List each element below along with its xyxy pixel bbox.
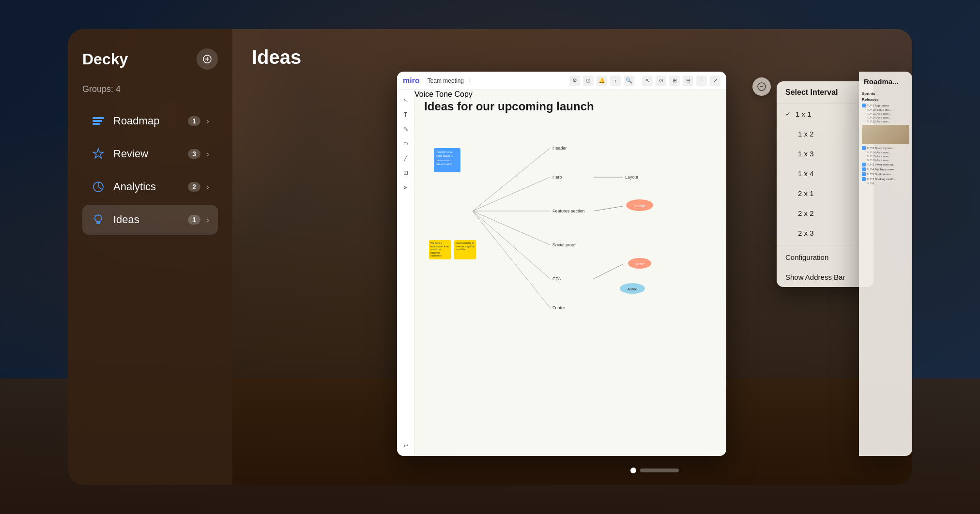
groups-label: Groups: 4 [82, 84, 218, 94]
fly16-row: FLY-16 As a user... [862, 159, 909, 162]
svg-line-12 [473, 148, 550, 211]
line-tool[interactable]: ╱ [399, 152, 412, 165]
content-area: Ideas miro Team meeting ↕ ⚙ ◷ 🔔 ↑ 🔍 ↖ ⊙ … [232, 29, 912, 485]
fly13-row: FLY-13 As a user... [862, 112, 909, 115]
pagination-bar[interactable] [640, 469, 679, 472]
expand-icon[interactable]: ⤢ [710, 76, 720, 86]
miro-right-icons: ↖ ⊙ ⊞ ⊟ ⋮ ⤢ [642, 76, 720, 86]
grid-icon[interactable]: ⊞ [669, 76, 680, 86]
text-tool[interactable]: T [399, 108, 412, 121]
miro-canvas-title: Ideas for our upcoming launch [424, 100, 594, 113]
sidebar-item-roadmap[interactable]: Roadmap 1 › [82, 106, 218, 136]
bell-icon[interactable]: 🔔 [597, 76, 607, 86]
analytics-arrow: › [206, 182, 209, 192]
roadmap-icon [91, 114, 106, 128]
svg-line-20 [594, 264, 623, 279]
svg-rect-3 [92, 117, 104, 119]
svg-text:Notolie: Notolie [634, 204, 646, 208]
fly3-row: FLY-3 Invite and sha... [862, 163, 909, 166]
panel-settings-button[interactable] [752, 77, 771, 96]
sprints-label: Sprints [862, 91, 909, 96]
sidebar-item-ideas[interactable]: Ideas 1 › [82, 205, 218, 235]
miro-panel: miro Team meeting ↕ ⚙ ◷ 🔔 ↑ 🔍 ↖ ⊙ ⊞ ⊟ ⋮ … [397, 72, 726, 456]
right-panel-content: Sprints Releases FLY-1 App basics FLY-10… [859, 90, 912, 188]
miro-content: ↖ T ✎ ⊃ ╱ ⊡ » ↩ Ideas for our upcoming l… [397, 90, 726, 456]
sidebar-header: Decky [82, 48, 218, 70]
ideas-icon [91, 212, 106, 227]
releases-label: Releases [862, 97, 909, 102]
content-title: Ideas [252, 46, 893, 68]
svg-text:Footer: Footer [552, 305, 565, 310]
svg-line-19 [594, 206, 623, 211]
analytics-badge: 2 [188, 182, 200, 192]
fly8-row: FLY-8 ... [862, 182, 909, 185]
pagination-dot-1[interactable] [630, 468, 636, 473]
miro-logo: miro [403, 76, 420, 85]
check-icon: ✓ [785, 110, 791, 118]
analytics-label: Analytics [113, 181, 188, 193]
fly10-row: FLY-10 Setup dev... [862, 108, 909, 111]
svg-text:Social proof: Social proof [552, 242, 576, 247]
svg-text:Sadie: Sadie [635, 262, 645, 266]
review-badge: 3 [188, 149, 200, 159]
miro-board-name: Team meeting [428, 77, 464, 84]
miro-canvas: Ideas for our upcoming launch [414, 90, 726, 456]
svg-text:Layout: Layout [625, 175, 639, 180]
roadmap-label: Roadmap [113, 115, 188, 127]
svg-line-16 [473, 211, 550, 279]
cursor-icon[interactable]: ↖ [642, 76, 653, 86]
svg-text:CTA: CTA [552, 276, 561, 281]
review-label: Review [113, 148, 188, 160]
svg-line-13 [473, 177, 550, 211]
sticky-note-yellow-2: Discoverability of features might be a p… [454, 240, 476, 259]
svg-line-15 [473, 211, 550, 245]
ideas-arrow: › [206, 215, 209, 225]
fly4-row: FLY-4 My Trips overv... [862, 167, 909, 171]
fly7-row: FLY-7 Booking modif... [862, 177, 909, 181]
table-icon[interactable]: ⊟ [683, 76, 693, 86]
sidebar-item-review[interactable]: Review 3 › [82, 139, 218, 169]
more-tool[interactable]: » [399, 181, 412, 194]
roadmap-badge: 1 [188, 116, 200, 126]
sidebar-item-analytics[interactable]: Analytics 2 › [82, 172, 218, 202]
review-icon [91, 147, 106, 161]
review-arrow: › [206, 149, 209, 159]
fly12-row: FLY-12 As a use... [862, 120, 909, 123]
sticky-note-yellow-1: We have a testimonials from one of our h… [429, 240, 451, 259]
app-title: Decky [82, 50, 128, 68]
miro-toolbar: miro Team meeting ↕ ⚙ ◷ 🔔 ↑ 🔍 ↖ ⊙ ⊞ ⊟ ⋮ … [397, 72, 726, 90]
pen-tool[interactable]: ✎ [399, 123, 412, 136]
miro-toolbar-icons: ⚙ ◷ 🔔 ↑ 🔍 [569, 76, 634, 86]
fly14b-row: FLY-14 As a user... [862, 151, 909, 154]
sidebar-menu-button[interactable] [197, 48, 218, 70]
fly14-row: FLY-14 As a user... [862, 116, 909, 119]
svg-point-7 [95, 215, 102, 222]
search-icon[interactable]: 🔍 [624, 76, 634, 86]
roadmap-arrow: › [206, 116, 209, 126]
sticky-note-blue: It might be a good place to promote our … [434, 148, 460, 172]
miro-left-tools: ↖ T ✎ ⊃ ╱ ⊡ » ↩ [397, 90, 414, 456]
roadmap-image [862, 125, 909, 144]
settings-icon[interactable]: ⚙ [569, 76, 580, 86]
timer-icon[interactable]: ◷ [583, 76, 594, 86]
ideas-label: Ideas [113, 213, 188, 226]
main-card: Decky Groups: 4 Roadmap 1 › [68, 29, 912, 485]
select-tool[interactable]: ↖ [399, 94, 412, 106]
lasso-tool[interactable]: ⊃ [399, 137, 412, 150]
right-panel: Roadma... Sprints Releases FLY-1 App bas… [859, 72, 912, 456]
export-icon[interactable]: ↑ [610, 76, 621, 86]
fly15-row: FLY-15 As a user... [862, 155, 909, 158]
right-panel-title: Roadma... [859, 72, 912, 90]
clock-icon[interactable]: ⊙ [656, 76, 666, 86]
analytics-icon [91, 180, 106, 194]
svg-line-10 [95, 215, 96, 216]
dots-icon[interactable]: ⋮ [696, 76, 707, 86]
undo-tool[interactable]: ↩ [399, 439, 412, 452]
sidebar: Decky Groups: 4 Roadmap 1 › [68, 29, 232, 485]
svg-text:Header: Header [552, 146, 567, 151]
mindmap-svg: Header Hero Features section Social proo… [414, 114, 726, 456]
ideas-badge: 1 [188, 215, 200, 225]
svg-rect-4 [92, 120, 102, 122]
svg-text:Astrid: Astrid [628, 287, 637, 291]
frame-tool[interactable]: ⊡ [399, 166, 412, 179]
